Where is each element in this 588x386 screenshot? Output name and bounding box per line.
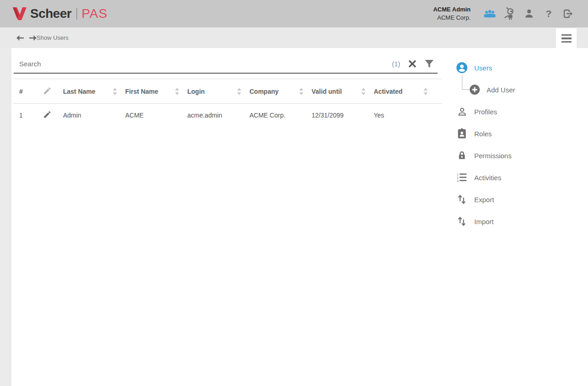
column-header-valid-until: Valid until xyxy=(312,88,374,95)
nav-arrows xyxy=(16,27,37,48)
sidebar-item-activities[interactable]: 1 2 3 Activities xyxy=(455,166,588,188)
column-label[interactable]: First Name xyxy=(125,88,158,95)
person-outline-icon xyxy=(456,107,468,117)
column-header-activated: Activated xyxy=(374,88,436,95)
sort-arrows-icon[interactable] xyxy=(299,88,303,95)
user-circle-icon xyxy=(456,62,468,74)
sort-arrows-icon[interactable] xyxy=(113,88,117,95)
cell-company: ACME Corp. xyxy=(249,112,312,119)
column-header-index: # xyxy=(14,88,43,95)
current-user-info: ACME Admin ACME Corp. xyxy=(433,5,471,21)
help-glyph: ? xyxy=(546,8,552,19)
svg-text:3: 3 xyxy=(457,179,459,182)
column-header-edit xyxy=(43,86,63,96)
sidebar-item-export[interactable]: Export xyxy=(455,188,588,210)
current-user-name: ACME Admin xyxy=(433,5,471,14)
column-label[interactable]: Activated xyxy=(374,88,403,95)
admin-sidebar: Users Add User Profiles xyxy=(455,57,588,232)
robot-icon[interactable] xyxy=(503,7,515,21)
sidebar-item-import[interactable]: Import xyxy=(455,210,588,232)
cell-login: acme.admin xyxy=(187,112,249,119)
cell-activated: Yes xyxy=(374,112,436,119)
sort-arrows-icon[interactable] xyxy=(361,88,366,95)
sidebar-item-add-user[interactable]: Add User xyxy=(455,79,588,101)
result-count-badge: (1) xyxy=(392,60,400,68)
sidebar-item-profiles[interactable]: Profiles xyxy=(455,101,588,123)
profile-icon[interactable] xyxy=(523,7,535,21)
column-label[interactable]: Company xyxy=(249,88,279,95)
column-label[interactable]: Last Name xyxy=(63,88,95,95)
sidebar-item-label: Export xyxy=(474,196,494,204)
clear-icon[interactable] xyxy=(408,60,416,68)
cell-valid-until: 12/31/2099 xyxy=(312,112,374,119)
add-circle-icon xyxy=(469,84,480,95)
search-bar: (1) xyxy=(14,55,438,74)
sidebar-item-label: Import xyxy=(474,218,494,225)
logo-product-text: PAS xyxy=(81,6,107,21)
column-label[interactable]: Valid until xyxy=(312,88,342,95)
svg-text:1: 1 xyxy=(457,173,459,176)
pencil-icon xyxy=(43,86,52,96)
badge-icon xyxy=(456,128,468,139)
filter-icon[interactable] xyxy=(424,59,434,69)
cell-index: 1 xyxy=(14,112,43,119)
hamburger-bars xyxy=(562,34,572,43)
column-label[interactable]: Login xyxy=(187,88,205,95)
back-arrow-icon[interactable] xyxy=(16,34,24,42)
left-gutter xyxy=(0,48,11,386)
cell-edit xyxy=(43,110,63,120)
column-header-company: Company xyxy=(249,88,312,95)
svg-text:2: 2 xyxy=(457,176,459,179)
sort-arrows-icon[interactable] xyxy=(237,88,241,95)
app-window: Scheer PAS ACME Admin ACME Corp. xyxy=(0,0,588,386)
table-header-row: # Last Name First Name Login Company xyxy=(14,79,442,104)
current-user-company: ACME Corp. xyxy=(433,14,471,22)
help-icon[interactable]: ? xyxy=(543,7,555,21)
numbered-list-icon: 1 2 3 xyxy=(456,172,468,182)
scheer-pas-logo: Scheer PAS xyxy=(12,0,107,27)
sidebar-item-permissions[interactable]: Permissions xyxy=(455,145,588,166)
logout-icon[interactable] xyxy=(562,7,574,21)
scheer-logo-mark-icon xyxy=(12,6,27,21)
lock-icon xyxy=(456,150,468,161)
swap-vertical-icon xyxy=(456,216,468,227)
breadcrumb-bar: Show Users xyxy=(0,27,588,48)
hamburger-menu-icon[interactable] xyxy=(556,28,577,48)
page-title: Show Users xyxy=(37,27,69,48)
swap-vertical-icon xyxy=(456,194,468,205)
logo-brand-text: Scheer xyxy=(30,6,71,21)
sidebar-item-label: Users xyxy=(474,64,492,72)
column-header-login: Login xyxy=(187,88,249,95)
sidebar-item-label: Add User xyxy=(487,86,515,94)
header-right-controls: ACME Admin ACME Corp. xyxy=(433,0,574,27)
sort-arrows-icon[interactable] xyxy=(175,88,179,95)
sidebar-item-label: Activities xyxy=(474,174,501,182)
sidebar-item-label: Permissions xyxy=(474,152,512,160)
users-group-icon[interactable] xyxy=(484,7,496,21)
search-input[interactable] xyxy=(14,60,392,68)
pencil-icon[interactable] xyxy=(43,110,52,120)
sort-arrows-icon[interactable] xyxy=(424,88,428,95)
tree-connector xyxy=(462,75,470,90)
cell-first-name: ACME xyxy=(125,112,187,119)
logo-divider xyxy=(76,8,77,20)
top-header-bar: Scheer PAS ACME Admin ACME Corp. xyxy=(0,0,588,27)
users-table: # Last Name First Name Login Company xyxy=(14,79,442,127)
column-header-last-name: Last Name xyxy=(63,88,125,95)
column-header-first-name: First Name xyxy=(125,88,187,95)
cell-last-name: Admin xyxy=(63,112,125,119)
sidebar-item-label: Roles xyxy=(474,130,492,138)
sidebar-item-users[interactable]: Users xyxy=(455,57,588,79)
sidebar-item-roles[interactable]: Roles xyxy=(455,123,588,145)
table-row: 1 Admin ACME acme.admin ACME Corp. 12/31… xyxy=(14,104,442,127)
sidebar-item-label: Profiles xyxy=(474,108,497,116)
